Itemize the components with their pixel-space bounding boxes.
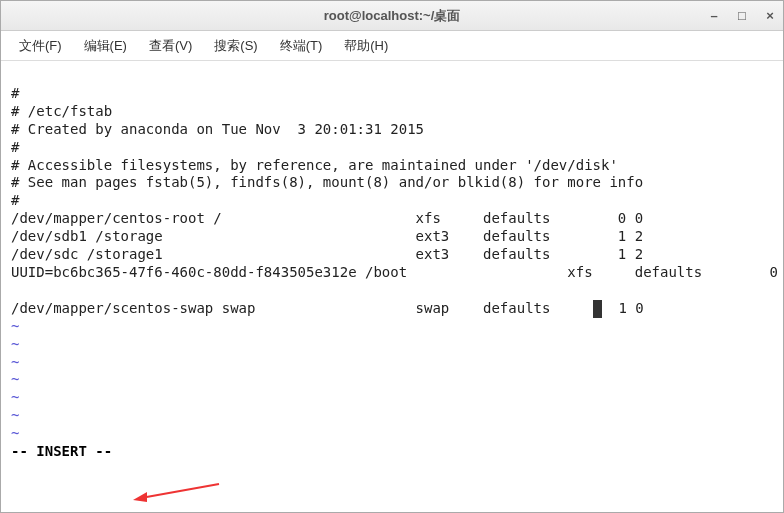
tilde-line: ~: [11, 389, 19, 405]
menu-edit[interactable]: 编辑(E): [78, 33, 133, 59]
titlebar: root@localhost:~/桌面 – □ ×: [1, 1, 783, 31]
tilde-line: ~: [11, 354, 19, 370]
text-cursor: [593, 300, 602, 318]
svg-line-0: [141, 484, 219, 498]
terminal-line: #: [11, 192, 19, 208]
terminal-window: root@localhost:~/桌面 – □ × 文件(F) 编辑(E) 查看…: [0, 0, 784, 513]
maximize-button[interactable]: □: [735, 9, 749, 23]
terminal-area[interactable]: # # /etc/fstab # Created by anaconda on …: [1, 61, 783, 512]
menu-file[interactable]: 文件(F): [13, 33, 68, 59]
menu-view[interactable]: 查看(V): [143, 33, 198, 59]
tilde-line: ~: [11, 425, 19, 441]
terminal-line: # Accessible filesystems, by reference, …: [11, 157, 618, 173]
close-button[interactable]: ×: [763, 9, 777, 23]
vim-status: -- INSERT --: [11, 443, 112, 459]
minimize-button[interactable]: –: [707, 9, 721, 23]
menu-terminal[interactable]: 终端(T): [274, 33, 329, 59]
tilde-line: ~: [11, 336, 19, 352]
terminal-line: /dev/sdb1 /storage ext3 defaults 1 2: [11, 228, 643, 244]
terminal-line: UUID=bc6bc365-47f6-460c-80dd-f843505e312…: [11, 264, 783, 280]
terminal-line: # See man pages fstab(5), findfs(8), mou…: [11, 174, 643, 190]
terminal-line: #: [11, 85, 19, 101]
tilde-line: ~: [11, 318, 19, 334]
svg-marker-1: [133, 492, 147, 502]
terminal-line: /dev/mapper/centos-root / xfs defaults 0…: [11, 210, 643, 226]
tilde-line: ~: [11, 371, 19, 387]
terminal-line: # /etc/fstab: [11, 103, 112, 119]
menu-help[interactable]: 帮助(H): [338, 33, 394, 59]
window-title: root@localhost:~/桌面: [324, 7, 461, 25]
tilde-line: ~: [11, 407, 19, 423]
menu-search[interactable]: 搜索(S): [208, 33, 263, 59]
window-controls: – □ ×: [707, 9, 777, 23]
menubar: 文件(F) 编辑(E) 查看(V) 搜索(S) 终端(T) 帮助(H): [1, 31, 783, 61]
terminal-line: /dev/sdc /storage1 ext3 defaults 1 2: [11, 246, 643, 262]
terminal-line: #: [11, 139, 19, 155]
terminal-cursor-line: /dev/mapper/scentos-swap swap swap defau…: [11, 300, 644, 316]
terminal-line: # Created by anaconda on Tue Nov 3 20:01…: [11, 121, 424, 137]
arrow-annotation-icon: [131, 480, 221, 504]
